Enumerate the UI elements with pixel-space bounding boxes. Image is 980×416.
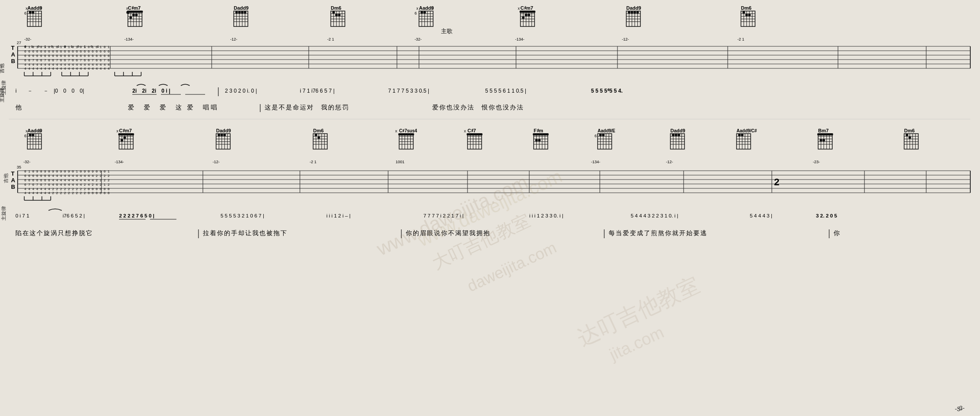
svg-text:吉他: 吉他	[0, 64, 4, 73]
svg-text:5 5 5 5⁶5 5 4.: 5 5 5 5⁶5 5 4.	[591, 88, 623, 94]
svg-rect-224	[118, 133, 134, 135]
svg-point-29	[129, 16, 132, 19]
svg-point-30	[132, 14, 135, 16]
svg-text:Bm7: Bm7	[818, 128, 829, 133]
svg-text:6 6 6 6 6 6 6 4 4 4 4 4 4 4 4 : 6 6 6 6 6 6 6 4 4 4 4 4 4 4 4 4 4 4 2 2 …	[24, 179, 110, 182]
svg-text:Dadd9: Dadd9	[216, 128, 231, 133]
svg-text:2 3 0 2 0 i.  0 |: 2 3 0 2 0 i. 0 |	[225, 88, 257, 94]
svg-text:0 1 0 9 0 9 0 9 0 9 0 9 0 1 0 : 0 1 0 9 0 9 0 9 0 9 0 9 0 1 0 9 0 9 0 9 …	[24, 170, 110, 173]
svg-point-93	[527, 14, 530, 16]
svg-text:-2 1: -2 1	[737, 37, 744, 41]
svg-text:Aadd9/C#: Aadd9/C#	[737, 128, 757, 133]
svg-text:x: x	[26, 129, 28, 133]
svg-point-74	[420, 11, 423, 14]
svg-point-318	[672, 134, 674, 136]
svg-text:这是不是命运对　我的惩罚: 这是不是命运对 我的惩罚	[265, 104, 349, 111]
svg-point-109	[636, 11, 639, 14]
svg-point-44	[235, 11, 238, 14]
svg-text:-12-: -12-	[213, 160, 220, 164]
svg-text:x: x	[464, 129, 466, 133]
svg-text:-134-: -134-	[115, 160, 124, 164]
page: Aadd9 6 x o -32- C♯m7 x	[0, 0, 980, 416]
svg-text:Dadd9: Dadd9	[670, 128, 685, 133]
svg-text:3 2.  2  0 5: 3 2. 2 0 5	[816, 213, 838, 218]
svg-text:你: 你	[833, 229, 841, 236]
svg-text:-32-: -32-	[24, 37, 31, 41]
svg-point-345	[819, 139, 822, 142]
svg-text:Dadd9: Dadd9	[234, 5, 249, 11]
svg-point-13	[32, 11, 34, 14]
svg-text:6 6 6 6 6 6 6 6 6 6 6 6 6 6 6 : 6 6 6 6 6 6 6 6 6 6 6 6 6 6 6 6 6 6 6 6 …	[24, 50, 110, 53]
svg-text:Dm6: Dm6	[331, 5, 341, 11]
svg-text:A: A	[11, 177, 15, 184]
svg-text:T: T	[11, 170, 15, 177]
svg-text:T: T	[11, 45, 15, 51]
svg-point-75	[423, 11, 426, 14]
svg-text:i76 6 5 2 |: i76 6 5 2 |	[63, 213, 85, 218]
svg-text:x: x	[126, 6, 128, 11]
svg-text:-12-: -12-	[230, 37, 237, 41]
svg-point-332	[738, 134, 741, 136]
svg-point-240	[221, 134, 223, 136]
svg-text:0  i 7 1: 0 i 7 1	[15, 213, 29, 218]
svg-point-225	[120, 139, 123, 142]
svg-text:Dm6: Dm6	[741, 5, 752, 11]
svg-text:爱　爱　爱　这 爱　唱唱: 爱 爱 爱 这 爱 唱唱	[128, 104, 219, 111]
svg-text:o: o	[39, 129, 41, 133]
svg-text:-134-: -134-	[124, 37, 134, 41]
svg-point-239	[217, 134, 220, 136]
page-number: -3-	[955, 405, 962, 412]
svg-point-12	[29, 11, 31, 14]
svg-text:o: o	[431, 6, 434, 11]
svg-point-123	[748, 14, 751, 16]
svg-text:5 4 4  4 3 |: 5 4 4 4 3 |	[750, 213, 772, 218]
svg-point-92	[525, 14, 527, 16]
svg-rect-28	[127, 11, 143, 13]
svg-text:爱你也没办法　恨你也没办法: 爱你也没办法 恨你也没办法	[432, 104, 524, 111]
svg-text:6 6 6 6 6 6 6 6 6 6 6 6 6 6 6 : 6 6 6 6 6 6 6 6 6 6 6 6 6 6 6 6 6 6 6 6 …	[24, 54, 110, 58]
svg-point-108	[633, 11, 636, 14]
svg-text:i i i 1 2 i  – |: i i i 1 2 i – |	[326, 213, 351, 218]
svg-point-31	[135, 14, 138, 16]
svg-text:-2 1: -2 1	[327, 37, 334, 41]
svg-text:i i i 1 2 3 3 0. i |: i i i 1 2 3 3 0. i |	[529, 213, 563, 218]
svg-point-358	[905, 134, 908, 136]
svg-point-107	[631, 11, 633, 14]
svg-text:Dm6: Dm6	[313, 128, 324, 133]
svg-point-254	[318, 136, 320, 139]
svg-rect-90	[520, 11, 535, 13]
svg-text:6: 6	[415, 11, 417, 15]
svg-text:吉他: 吉他	[3, 173, 8, 183]
svg-text:Dadd9: Dadd9	[626, 5, 641, 11]
svg-text:1001: 1001	[396, 160, 404, 164]
svg-point-292	[535, 139, 538, 142]
svg-text:6 6 6 6 6 6 6 4 4 4 4 4 4 4 4 : 6 6 6 6 6 6 6 4 4 4 4 4 4 4 4 4 4 4 2 2 …	[24, 174, 110, 178]
svg-text:6: 6	[24, 134, 26, 138]
svg-point-305	[599, 134, 602, 136]
svg-text:7 1 7 7 5 3 3  0.5 |: 7 1 7 7 5 3 3 0.5 |	[388, 88, 429, 94]
svg-text:4 4 4 4 4 4 4 2 2 2 2 2 2 2 2 : 4 4 4 4 4 4 4 2 2 2 2 2 2 2 2 2 0 0 0 0 …	[24, 191, 110, 195]
svg-text:-23-: -23-	[813, 160, 820, 164]
svg-point-122	[745, 14, 748, 16]
svg-text:o: o	[40, 6, 42, 11]
svg-text:x: x	[26, 6, 28, 11]
svg-point-333	[741, 134, 744, 136]
svg-text:4 4 4 4 4 4 4 2 2 2 2 2 2 2 2 : 4 4 4 4 4 4 4 2 2 2 2 2 2 2 2 2 0 0 0 0 …	[24, 187, 110, 191]
svg-text:0 1 0 1 0 1 0 1 0 1 0 1 0 1 0 : 0 1 0 1 0 1 0 1 0 1 0 1 0 1 0 1 0 1 0 1 …	[24, 45, 110, 49]
svg-text:35: 35	[17, 165, 21, 169]
svg-text:2 2 2  2 7 6  5 0 |: 2 2 2 2 7 6 5 0 |	[119, 213, 154, 218]
svg-point-61	[338, 14, 340, 16]
svg-text:4 4 4 4 4 4 4 4 4 4 4 4 4 4 4 : 4 4 4 4 4 4 4 4 4 4 4 4 4 4 4 4 4 4 4 4 …	[24, 67, 110, 71]
svg-text:C♯7sus4: C♯7sus4	[399, 128, 417, 133]
svg-text:6: 6	[24, 11, 26, 15]
svg-text:Aadd9/E: Aadd9/E	[598, 128, 615, 133]
svg-point-121	[742, 11, 745, 14]
svg-point-253	[314, 134, 317, 136]
svg-point-45	[238, 11, 241, 14]
svg-text:B: B	[11, 184, 15, 190]
svg-point-226	[123, 136, 126, 139]
svg-point-47	[244, 11, 247, 14]
svg-text:-134-: -134-	[591, 160, 600, 164]
svg-text:-2 1: -2 1	[310, 160, 317, 164]
svg-point-306	[602, 134, 605, 136]
